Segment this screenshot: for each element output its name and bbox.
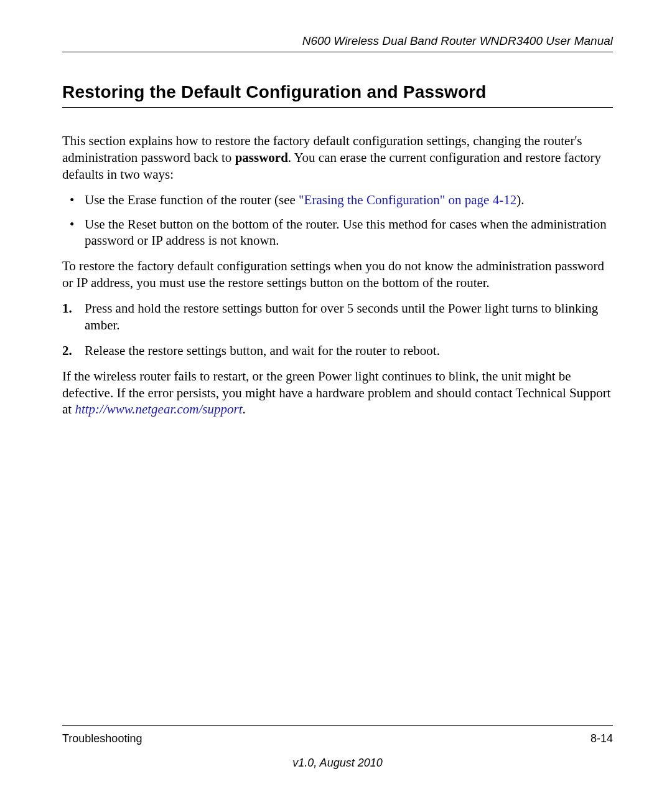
page-footer: Troubleshooting 8-14 v1.0, August 2010: [62, 725, 613, 770]
bullet1-text-b: ).: [516, 192, 524, 207]
footer-rule: [62, 725, 613, 726]
intro-paragraph: This section explains how to restore the…: [62, 133, 613, 183]
step-1-text: Press and hold the restore settings butt…: [85, 301, 598, 333]
footer-section-name: Troubleshooting: [62, 732, 142, 745]
bullet-item-2: Use the Reset button on the bottom of th…: [62, 216, 613, 250]
outro-text-b: .: [243, 402, 246, 417]
bullet-item-1: Use the Erase function of the router (se…: [62, 192, 613, 209]
footer-version: v1.0, August 2010: [62, 757, 613, 770]
mid-paragraph: To restore the factory default configura…: [62, 258, 613, 291]
bullet-list: Use the Erase function of the router (se…: [62, 192, 613, 250]
outro-paragraph: If the wireless router fails to restart,…: [62, 368, 613, 418]
step-1: 1. Press and hold the restore settings b…: [62, 300, 613, 334]
step-2: 2. Release the restore settings button, …: [62, 342, 613, 359]
step-1-number: 1.: [62, 300, 72, 317]
bullet1-crossref-link[interactable]: "Erasing the Configuration" on page 4-12: [299, 192, 516, 207]
running-header: N600 Wireless Dual Band Router WNDR3400 …: [62, 34, 613, 52]
bullet1-text-a: Use the Erase function of the router (se…: [85, 192, 299, 207]
footer-page-number: 8-14: [590, 732, 613, 745]
numbered-steps: 1. Press and hold the restore settings b…: [62, 300, 613, 359]
step-2-text: Release the restore settings button, and…: [85, 343, 440, 358]
intro-bold-password: password: [235, 150, 288, 165]
section-heading: Restoring the Default Configuration and …: [62, 82, 613, 108]
step-2-number: 2.: [62, 342, 72, 359]
support-url-link[interactable]: http://www.netgear.com/support: [75, 402, 242, 417]
